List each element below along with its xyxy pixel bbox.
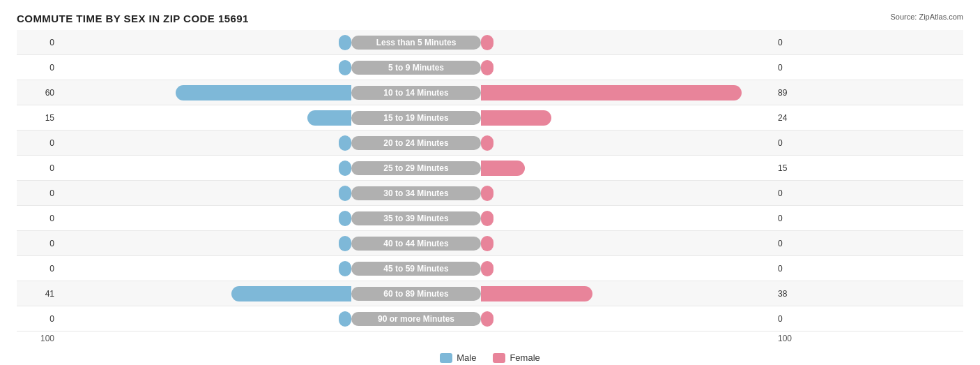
row-label: 45 to 59 Minutes bbox=[351, 262, 481, 276]
male-bar bbox=[339, 186, 351, 201]
male-value: 0 bbox=[17, 163, 59, 173]
female-value: 0 bbox=[774, 264, 816, 274]
male-bar-wrap bbox=[59, 135, 351, 151]
female-value: 0 bbox=[774, 188, 816, 198]
female-bar bbox=[481, 60, 493, 75]
male-bar-wrap bbox=[59, 161, 351, 176]
female-bar bbox=[481, 135, 493, 151]
female-value: 0 bbox=[774, 63, 816, 73]
chart-row: 4160 to 89 Minutes38 bbox=[17, 281, 963, 306]
female-value: 38 bbox=[774, 289, 816, 299]
male-bar-wrap bbox=[59, 186, 351, 201]
row-label: 20 to 24 Minutes bbox=[351, 136, 481, 150]
female-bar bbox=[481, 211, 493, 226]
row-label: Less than 5 Minutes bbox=[351, 36, 481, 50]
chart-area: 0Less than 5 Minutes005 to 9 Minutes0601… bbox=[17, 30, 963, 332]
row-label: 60 to 89 Minutes bbox=[351, 287, 481, 301]
male-value: 0 bbox=[17, 63, 59, 73]
female-bar-wrap bbox=[481, 35, 774, 50]
female-bar bbox=[481, 161, 525, 176]
female-bar-wrap bbox=[481, 211, 774, 226]
female-value: 15 bbox=[774, 163, 816, 173]
female-value: 24 bbox=[774, 113, 816, 123]
male-bar bbox=[339, 161, 351, 176]
female-bar-wrap bbox=[481, 261, 774, 276]
female-bar-wrap bbox=[481, 135, 774, 151]
legend-female-label: Female bbox=[510, 352, 539, 363]
female-bar bbox=[481, 261, 493, 276]
female-value: 0 bbox=[774, 214, 816, 223]
male-value: 15 bbox=[17, 113, 59, 123]
female-bar bbox=[481, 35, 493, 50]
female-value: 0 bbox=[774, 138, 816, 148]
female-bar-wrap bbox=[481, 236, 774, 251]
female-bar-wrap bbox=[481, 60, 774, 75]
female-bar-wrap bbox=[481, 311, 774, 327]
chart-row: 020 to 24 Minutes0 bbox=[17, 131, 963, 156]
axis-right-label: 100 bbox=[774, 334, 816, 343]
male-value: 0 bbox=[17, 314, 59, 324]
row-label: 35 to 39 Minutes bbox=[351, 211, 481, 225]
female-bar-wrap bbox=[481, 186, 774, 201]
male-bar-wrap bbox=[59, 236, 351, 251]
female-bar bbox=[481, 311, 493, 327]
male-bar-wrap bbox=[59, 60, 351, 75]
legend-male-label: Male bbox=[457, 352, 476, 363]
male-bar bbox=[339, 211, 351, 226]
male-value: 60 bbox=[17, 88, 59, 98]
male-bar bbox=[176, 85, 351, 100]
male-bar bbox=[307, 110, 351, 126]
chart-row: 6010 to 14 Minutes89 bbox=[17, 80, 963, 105]
chart-row: 045 to 59 Minutes0 bbox=[17, 256, 963, 281]
male-bar bbox=[339, 236, 351, 251]
male-bar-wrap bbox=[59, 261, 351, 276]
female-bar-wrap bbox=[481, 85, 774, 100]
axis-row: 100 100 bbox=[17, 332, 963, 345]
female-bar-wrap bbox=[481, 161, 774, 176]
female-bar bbox=[481, 110, 551, 126]
legend: Male Female bbox=[17, 352, 963, 363]
chart-row: 025 to 29 Minutes15 bbox=[17, 156, 963, 181]
female-bar-wrap bbox=[481, 286, 774, 301]
female-bar bbox=[481, 286, 592, 301]
row-label: 15 to 19 Minutes bbox=[351, 111, 481, 125]
male-bar bbox=[339, 35, 351, 50]
legend-female-box bbox=[493, 353, 505, 363]
chart-row: 035 to 39 Minutes0 bbox=[17, 206, 963, 231]
row-label: 10 to 14 Minutes bbox=[351, 86, 481, 100]
row-label: 90 or more Minutes bbox=[351, 312, 481, 326]
male-value: 0 bbox=[17, 188, 59, 198]
row-label: 40 to 44 Minutes bbox=[351, 237, 481, 251]
female-value: 0 bbox=[774, 314, 816, 324]
female-bar bbox=[481, 85, 742, 100]
chart-row: 0Less than 5 Minutes0 bbox=[17, 30, 963, 55]
female-bar bbox=[481, 236, 493, 251]
row-label: 30 to 34 Minutes bbox=[351, 186, 481, 200]
female-value: 0 bbox=[774, 38, 816, 47]
male-value: 0 bbox=[17, 239, 59, 248]
row-label: 25 to 29 Minutes bbox=[351, 161, 481, 175]
male-bar-wrap bbox=[59, 211, 351, 226]
male-bar-wrap bbox=[59, 110, 351, 126]
row-label: 5 to 9 Minutes bbox=[351, 61, 481, 75]
male-value: 41 bbox=[17, 289, 59, 299]
male-bar bbox=[339, 60, 351, 75]
legend-female: Female bbox=[493, 352, 539, 363]
male-bar bbox=[339, 261, 351, 276]
chart-row: 030 to 34 Minutes0 bbox=[17, 181, 963, 206]
axis-left-label: 100 bbox=[17, 334, 59, 343]
female-value: 0 bbox=[774, 239, 816, 248]
chart-row: 05 to 9 Minutes0 bbox=[17, 55, 963, 80]
chart-row: 1515 to 19 Minutes24 bbox=[17, 105, 963, 131]
male-bar bbox=[339, 135, 351, 151]
male-bar bbox=[339, 311, 351, 327]
male-bar-wrap bbox=[59, 85, 351, 100]
male-bar-wrap bbox=[59, 35, 351, 50]
male-bar bbox=[231, 286, 351, 301]
male-value: 0 bbox=[17, 38, 59, 47]
legend-male-box bbox=[440, 353, 452, 363]
chart-row: 040 to 44 Minutes0 bbox=[17, 231, 963, 256]
male-bar-wrap bbox=[59, 286, 351, 301]
source-label: Source: ZipAtlas.com bbox=[890, 13, 963, 21]
chart-title: COMMUTE TIME BY SEX IN ZIP CODE 15691 bbox=[17, 13, 249, 24]
